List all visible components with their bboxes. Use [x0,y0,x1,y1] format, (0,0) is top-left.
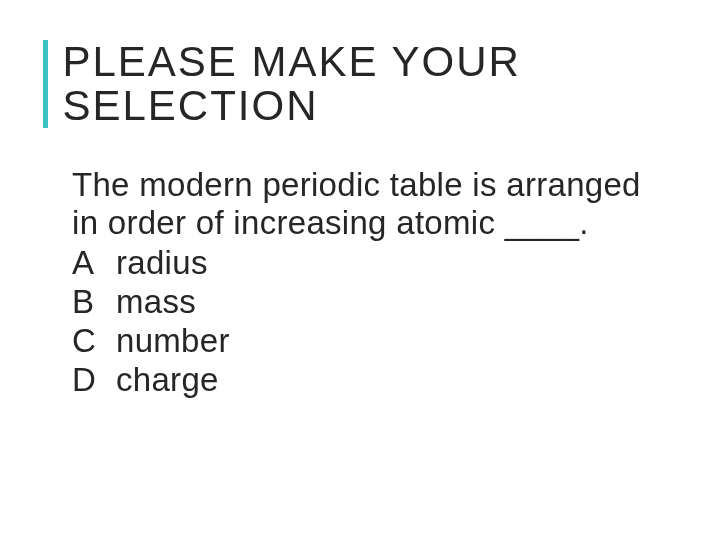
option-letter: C [72,322,116,361]
slide-title-block: PLEASE MAKE YOUR SELECTION [43,40,720,128]
option-d[interactable]: D charge [72,361,660,400]
title-accent-bar [43,40,48,128]
slide-title: PLEASE MAKE YOUR SELECTION [62,40,720,128]
option-c[interactable]: C number [72,322,660,361]
option-text: mass [116,283,660,322]
option-a[interactable]: A radius [72,244,660,283]
option-letter: A [72,244,116,283]
option-letter: B [72,283,116,322]
option-text: number [116,322,660,361]
question-text: The modern periodic table is arranged in… [72,166,660,242]
option-b[interactable]: B mass [72,283,660,322]
options-list: A radius B mass C number D charge [72,244,660,400]
slide-content: The modern periodic table is arranged in… [72,166,660,400]
option-text: charge [116,361,660,400]
option-letter: D [72,361,116,400]
option-text: radius [116,244,660,283]
